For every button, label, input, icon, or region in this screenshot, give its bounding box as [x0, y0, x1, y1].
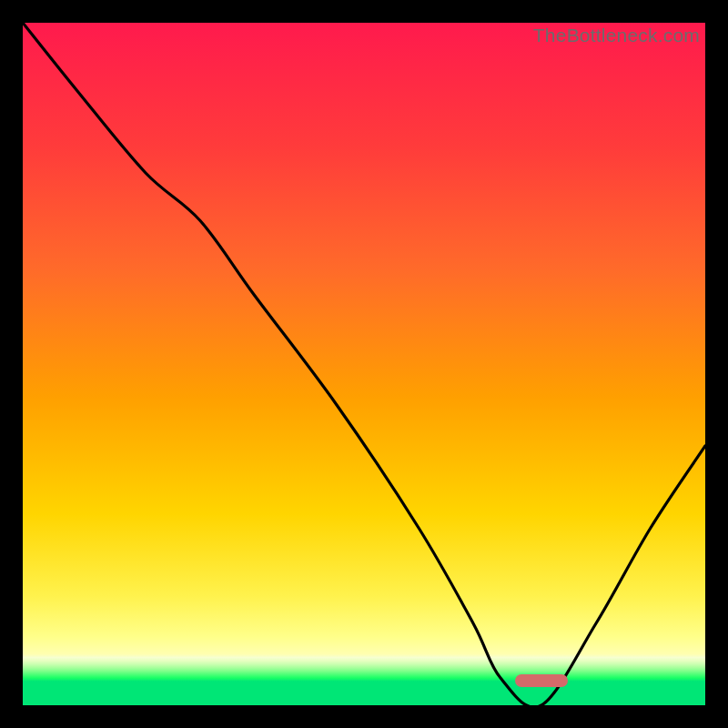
trough-marker	[515, 674, 568, 687]
bottleneck-curve	[23, 23, 705, 705]
chart-plot-area: TheBottleneck.com	[23, 23, 705, 705]
chart-frame: TheBottleneck.com	[18, 18, 710, 710]
